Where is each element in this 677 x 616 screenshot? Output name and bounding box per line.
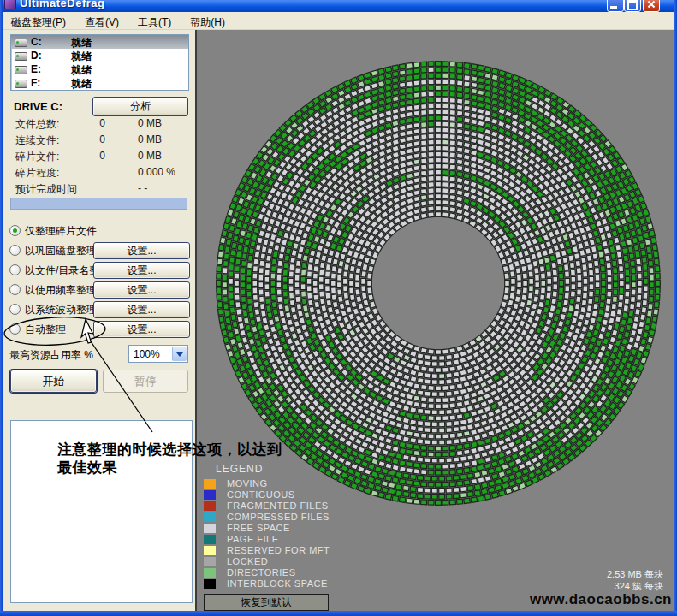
legend-label: LOCKED — [227, 556, 268, 566]
stat-size: 0 MB — [138, 150, 162, 162]
drive-row[interactable]: F:就绪 — [11, 76, 188, 90]
settings-button[interactable]: 设置... — [93, 262, 190, 279]
window-title: UltimateDefrag — [20, 0, 104, 9]
legend-label: PAGE FILE — [227, 534, 279, 544]
disk-panel: LEGEND MOVINGCONTIGUOUSFRAGMENTED FILESC… — [195, 30, 674, 611]
menu-item[interactable]: 帮助(H) — [188, 15, 227, 31]
stat-label: 连续文件: — [15, 133, 59, 148]
radio-button[interactable] — [9, 264, 21, 275]
drive-list[interactable]: C:就绪D:就绪E:就绪F:就绪 — [10, 34, 189, 91]
stat-size: 0.000 % — [138, 166, 175, 178]
stat-count: 0 — [67, 117, 105, 129]
menu-item[interactable]: 查看(V) — [83, 15, 121, 31]
drive-icon — [15, 38, 27, 47]
annotation-text-line1: 注意整理的时候选择这项，以达到 — [57, 440, 282, 459]
window-border-bottom — [0, 611, 677, 616]
legend-title: LEGEND — [216, 463, 263, 475]
radio-label: 以系统波动整理 — [25, 303, 97, 317]
resource-usage-value: 100% — [134, 348, 160, 360]
radio-button[interactable] — [9, 323, 21, 335]
watermark-text: www.daocaobbs.cn — [530, 591, 672, 608]
settings-button[interactable]: 设置... — [93, 242, 190, 259]
stat-row: 连续文件:00 MB — [15, 133, 190, 150]
radio-label: 以巩固磁盘整理 — [25, 244, 97, 258]
legend-swatch — [204, 501, 216, 511]
drive-row[interactable]: C:就绪 — [11, 35, 188, 49]
menu-item[interactable]: 工具(T) — [136, 15, 173, 31]
drive-icon — [15, 52, 27, 61]
radio-label: 仅整理碎片文件 — [25, 224, 97, 239]
defrag-option-row: 以巩固磁盘整理设置... — [9, 242, 190, 262]
progress-bar — [10, 198, 187, 210]
drive-row[interactable]: D:就绪 — [11, 49, 188, 62]
close-button[interactable] — [643, 0, 660, 12]
legend-swatch — [204, 479, 216, 489]
legend-swatch — [204, 535, 216, 544]
legend-label: INTERBLOCK SPACE — [227, 578, 328, 589]
drive-title: DRIVE C: — [14, 100, 62, 113]
stat-size: 0 MB — [138, 133, 162, 145]
legend-label: CONTIGUOUS — [227, 489, 295, 500]
drive-icon — [15, 80, 27, 88]
start-button[interactable]: 开始 — [10, 370, 97, 393]
radio-button[interactable] — [9, 225, 21, 236]
app-icon — [4, 0, 16, 9]
legend-swatch — [204, 546, 216, 555]
maximize-button[interactable] — [624, 0, 641, 12]
app-window: UltimateDefrag 磁盘整理(P)查看(V)工具(T)帮助(H) C:… — [0, 0, 677, 616]
settings-button[interactable]: 设置... — [93, 321, 190, 338]
legend-swatch — [204, 512, 216, 522]
stat-row: 碎片程度:0.000 % — [15, 166, 190, 182]
radio-button[interactable] — [9, 245, 21, 256]
analyze-button[interactable]: 分析 — [92, 97, 188, 116]
defrag-option-row: 自动整理设置... — [9, 321, 190, 341]
resource-usage-select[interactable]: 100% — [128, 345, 188, 363]
stat-count: 0 — [67, 133, 105, 145]
legend-swatch — [204, 524, 216, 533]
drive-name: C: — [31, 36, 42, 48]
defrag-option-row: 仅整理碎片文件 — [9, 222, 190, 242]
radio-button[interactable] — [9, 304, 21, 315]
settings-button[interactable]: 设置... — [93, 301, 190, 318]
menu-item[interactable]: 磁盘整理(P) — [9, 15, 68, 31]
legend-swatch — [204, 568, 216, 578]
stat-label: 碎片文件: — [15, 150, 59, 164]
stat-row: 预计完成时间- - — [15, 182, 190, 198]
settings-button[interactable]: 设置... — [93, 281, 190, 299]
defrag-option-row: 以使用频率整理设置... — [9, 281, 190, 301]
legend-label: FRAGMENTED FILES — [227, 500, 329, 511]
radio-button[interactable] — [9, 284, 21, 295]
defrag-option-row: 以系统波动整理设置... — [9, 301, 190, 321]
drive-name: D: — [31, 50, 42, 62]
drive-name: E: — [31, 63, 41, 75]
control-panel: C:就绪D:就绪E:就绪F:就绪 DRIVE C: 分析 文件总数:00 MB连… — [3, 30, 195, 611]
legend-swatch — [204, 579, 216, 589]
stat-label: 文件总数: — [15, 117, 59, 132]
pause-button: 暂停 — [103, 370, 188, 393]
stat-label: 碎片程度: — [15, 166, 59, 181]
title-bar[interactable]: UltimateDefrag — [0, 0, 677, 12]
minimize-button[interactable] — [607, 0, 624, 12]
stat-label: 预计完成时间 — [15, 182, 77, 197]
chevron-down-icon[interactable] — [172, 346, 187, 361]
radio-label: 自动整理 — [25, 323, 66, 337]
annotation-text-line2: 最佳效果 — [57, 458, 117, 477]
stat-size: 0 MB — [138, 117, 162, 129]
drive-status: 就绪 — [71, 77, 92, 92]
drive-icon — [15, 66, 27, 74]
drive-name: F: — [31, 77, 40, 89]
legend-label: DIRECTORIES — [227, 567, 295, 578]
legend-swatch — [204, 490, 216, 500]
legend-label: MOVING — [227, 478, 268, 489]
restore-default-button[interactable]: 恢复到默认 — [204, 594, 329, 611]
defrag-option-row: 以文件/目录名整理设置... — [9, 262, 190, 281]
stat-size: - - — [138, 182, 147, 194]
resource-usage-label: 最高资源占用率 % — [9, 348, 93, 363]
menu-bar: 磁盘整理(P)查看(V)工具(T)帮助(H) — [3, 12, 674, 30]
legend-label: COMPRESSED FILES — [227, 512, 330, 522]
drive-row[interactable]: E:就绪 — [11, 62, 188, 76]
stat-row: 碎片文件:00 MB — [15, 150, 190, 166]
legend-label: FREE SPACE — [227, 523, 290, 533]
legend-swatch — [204, 557, 216, 566]
window-border-left — [0, 0, 3, 616]
